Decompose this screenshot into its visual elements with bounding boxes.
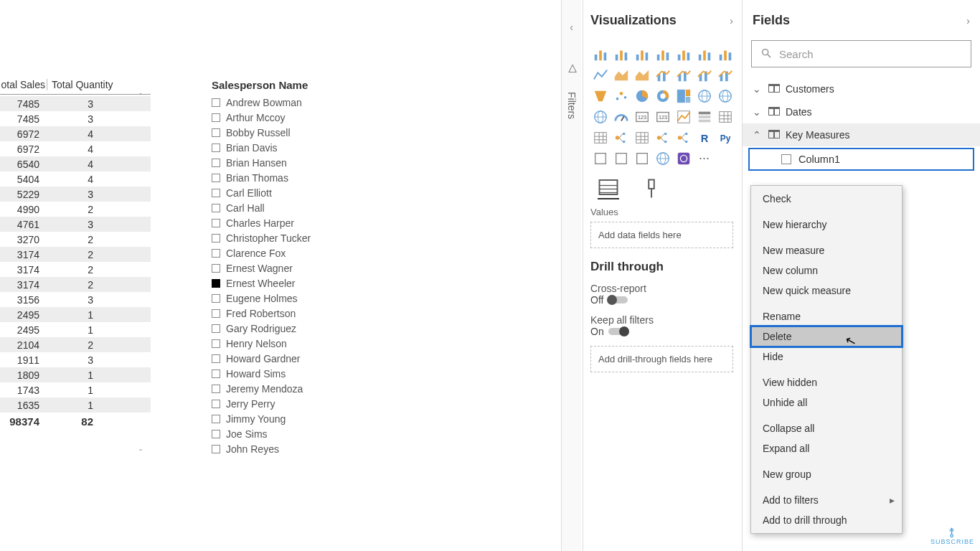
table-row[interactable]: 52293	[0, 187, 151, 202]
ctx-item-new-hierarchy[interactable]: New hierarchy	[751, 215, 902, 235]
viz-kd-icon[interactable]	[590, 149, 610, 168]
table-row[interactable]: 49902	[0, 202, 151, 217]
viz-clcol-icon[interactable]	[653, 44, 672, 64]
table-scroll-down[interactable]: ˇ	[139, 448, 142, 458]
ctx-item-add-to-filters[interactable]: Add to filters	[751, 490, 902, 510]
viz-slicer-icon[interactable]	[694, 107, 714, 126]
table-scroll-up[interactable]: ˆ	[139, 92, 142, 103]
viz-globe-icon[interactable]	[590, 107, 610, 126]
chevron-right-icon[interactable]: ›	[966, 14, 970, 27]
slicer-item[interactable]: Joe Sims	[212, 426, 405, 441]
col-total-sales[interactable]: otal Sales	[0, 79, 47, 90]
slicer-item[interactable]: Ernest Wagner	[212, 260, 405, 276]
viz-card-icon[interactable]: 123	[632, 107, 651, 126]
keep-filters-toggle[interactable]: On	[590, 326, 628, 337]
table-row[interactable]: 54044	[0, 171, 151, 187]
field-item[interactable]: Column1	[748, 148, 974, 171]
filters-collapsed-tab[interactable]: ‹ ▷ Filters	[561, 0, 581, 551]
viz-fmap-icon[interactable]	[715, 86, 735, 105]
viz-donut-icon[interactable]	[653, 86, 672, 105]
slicer-item[interactable]: Fred Robertson	[212, 306, 405, 321]
ctx-item-check[interactable]: Check	[751, 189, 902, 209]
viz-ribbon-icon[interactable]	[694, 65, 714, 85]
table-row[interactable]: 24951	[0, 322, 151, 337]
viz-tree-icon[interactable]	[674, 86, 693, 105]
viz-matrix2-icon[interactable]	[632, 128, 651, 147]
slicer-item[interactable]: Carl Hall	[212, 200, 405, 215]
table-row[interactable]: 19113	[0, 352, 151, 367]
table-row[interactable]: 18091	[0, 367, 151, 382]
slicer-item[interactable]: Charles Harper	[212, 215, 405, 230]
ctx-item-view-hidden[interactable]: View hidden	[751, 372, 902, 392]
ctx-item-new-column[interactable]: New column	[751, 260, 902, 281]
slicer-item[interactable]: Arthur Mccoy	[212, 110, 405, 125]
viz-scatter-icon[interactable]	[611, 86, 631, 105]
viz-sarea-icon[interactable]	[632, 65, 651, 85]
ctx-item-expand-all[interactable]: Expand all	[751, 438, 902, 458]
fields-table-item[interactable]: ⌄Customers	[743, 77, 980, 100]
slicer-item[interactable]: Jerry Perry	[212, 396, 405, 411]
viz-clbar-icon[interactable]	[611, 44, 631, 64]
slicer-item[interactable]: Brian Hansen	[212, 155, 405, 170]
slicer-item[interactable]: Christopher Tucker	[212, 230, 405, 245]
col-total-quantity[interactable]: Total Quantity	[47, 79, 151, 90]
table-row[interactable]: 31742	[0, 247, 151, 262]
slicer-item[interactable]: Brian Davis	[212, 140, 405, 155]
viz-kpi-icon[interactable]	[674, 107, 693, 126]
table-row[interactable]: 69724	[0, 126, 151, 141]
viz-nlp-icon[interactable]	[611, 149, 631, 168]
slicer-item[interactable]: Eugene Holmes	[212, 291, 405, 306]
viz-sthbar-icon[interactable]	[694, 44, 714, 64]
ctx-item-new-measure[interactable]: New measure	[751, 240, 902, 260]
viz-gauge-icon[interactable]	[611, 107, 631, 126]
ctx-item-rename[interactable]: Rename	[751, 306, 902, 326]
slicer-item[interactable]: Brian Thomas	[212, 170, 405, 185]
fields-tab-icon[interactable]	[598, 178, 619, 199]
slicer-item[interactable]: Gary Rodriguez	[212, 321, 405, 336]
table-row[interactable]: 47613	[0, 217, 151, 232]
viz-matrix-icon[interactable]	[590, 128, 610, 147]
table-row[interactable]: 74853	[0, 96, 151, 111]
viz-map-icon[interactable]	[694, 86, 714, 105]
table-row[interactable]: 16351	[0, 397, 151, 413]
slicer-item[interactable]: Bobby Russell	[212, 125, 405, 140]
viz-arcgis-icon[interactable]	[674, 149, 693, 168]
table-row[interactable]: 74853	[0, 111, 151, 126]
table-row[interactable]: 69724	[0, 141, 151, 156]
ctx-item-new-quick-measure[interactable]: New quick measure	[751, 281, 902, 301]
viz-h100-icon[interactable]	[715, 44, 735, 64]
slicer-item[interactable]: Carl Elliott	[212, 185, 405, 200]
viz-line-icon[interactable]	[590, 65, 610, 85]
table-row[interactable]: 31742	[0, 277, 151, 292]
drill-through-field-well[interactable]: Add drill-through fields here	[590, 346, 733, 372]
values-field-well[interactable]: Add data fields here	[590, 222, 733, 248]
viz-qna-icon[interactable]	[653, 128, 672, 147]
slicer-item[interactable]: Howard Gardner	[212, 351, 405, 366]
ctx-item-unhide-all[interactable]: Unhide all	[751, 392, 902, 413]
viz-funnel-icon[interactable]	[590, 86, 610, 105]
ctx-item-delete[interactable]: Delete	[751, 326, 902, 347]
slicer-item[interactable]: Henry Nelson	[212, 336, 405, 351]
viz-area-icon[interactable]	[611, 65, 631, 85]
table-row[interactable]: 21042	[0, 337, 151, 352]
ctx-item-add-to-drill-through[interactable]: Add to drill through	[751, 510, 902, 530]
table-row[interactable]: 32702	[0, 232, 151, 247]
cross-report-toggle[interactable]: Off	[590, 294, 628, 306]
format-tab-icon[interactable]	[641, 178, 662, 199]
fields-search-input[interactable]: Search	[751, 40, 971, 67]
slicer-item[interactable]: John Reyes	[212, 441, 405, 456]
viz-globe2-icon[interactable]	[653, 149, 672, 168]
viz-more-icon[interactable]: ···	[694, 149, 714, 168]
viz-keyinf-icon[interactable]	[674, 128, 693, 147]
viz-pageq-icon[interactable]	[632, 149, 651, 168]
table-row[interactable]: 24951	[0, 307, 151, 322]
slicer-item[interactable]: Howard Sims	[212, 366, 405, 381]
slicer-item[interactable]: Ernest Wheeler	[212, 276, 405, 291]
slicer-item[interactable]: Andrew Bowman	[212, 95, 405, 110]
viz-decomp-icon[interactable]	[611, 128, 631, 147]
viz-combo1-icon[interactable]	[653, 65, 672, 85]
viz-stcol-icon[interactable]	[632, 44, 651, 64]
ctx-item-hide[interactable]: Hide	[751, 347, 902, 367]
ctx-item-collapse-all[interactable]: Collapse all	[751, 418, 902, 438]
viz-stbar-icon[interactable]	[590, 44, 610, 64]
